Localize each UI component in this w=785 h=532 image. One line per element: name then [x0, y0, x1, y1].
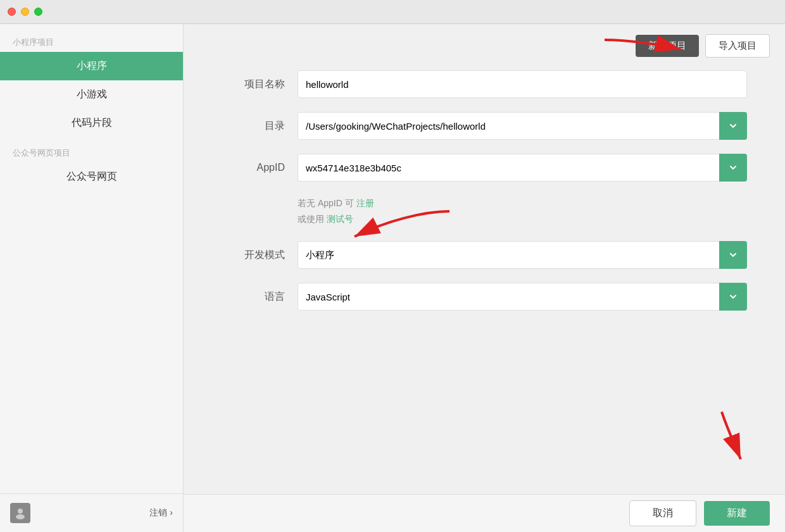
appid-label: AppID: [222, 162, 285, 173]
dev-mode-input[interactable]: [298, 241, 747, 269]
traffic-light-yellow[interactable]: [21, 8, 29, 16]
sidebar-item-codesnippet[interactable]: 代码片段: [0, 109, 183, 137]
language-input[interactable]: [298, 283, 747, 311]
avatar: [10, 503, 30, 523]
traffic-light-green[interactable]: [34, 8, 42, 16]
directory-dropdown-button[interactable]: [719, 112, 747, 140]
appid-input[interactable]: [298, 154, 747, 182]
logout-button[interactable]: 注销 ›: [149, 507, 173, 519]
top-bar: 新建项目 导入项目: [184, 24, 785, 64]
traffic-light-red[interactable]: [8, 8, 16, 16]
appid-register-link[interactable]: 注册: [356, 198, 374, 208]
dev-mode-dropdown-button[interactable]: [719, 241, 747, 269]
appid-test-link[interactable]: 测试号: [327, 214, 353, 224]
appid-hint: 若无 AppID 可 注册 或使用 测试号: [298, 195, 747, 227]
directory-input-wrapper: [298, 112, 747, 140]
sidebar-item-mp-webpage[interactable]: 公众号网页: [0, 163, 183, 191]
dev-mode-wrapper: [298, 241, 747, 269]
language-wrapper: [298, 283, 747, 311]
dev-mode-label: 开发模式: [222, 249, 285, 262]
language-dropdown-button[interactable]: [719, 283, 747, 311]
sidebar-item-minigame[interactable]: 小游戏: [0, 80, 183, 109]
appid-hint-text2: 或使用: [298, 214, 324, 224]
main-layout: 小程序项目 小程序 小游戏 代码片段 公众号网页项目 公众号网页 注销 › 新建…: [0, 24, 785, 532]
bottom-bar: 取消 新建: [184, 494, 785, 532]
language-label: 语言: [222, 290, 285, 304]
appid-dropdown-button[interactable]: [719, 154, 747, 182]
cancel-button[interactable]: 取消: [629, 500, 696, 526]
project-name-input[interactable]: [298, 70, 747, 98]
project-name-row: 项目名称: [222, 70, 747, 98]
project-name-label: 项目名称: [222, 78, 285, 91]
new-project-button[interactable]: 新建项目: [636, 35, 699, 57]
create-button[interactable]: 新建: [704, 501, 770, 526]
svg-point-1: [16, 514, 25, 519]
sidebar-item-miniprogram[interactable]: 小程序: [0, 52, 183, 80]
sidebar-section-label-1: 小程序项目: [0, 30, 183, 52]
appid-hint-text1: 若无 AppID 可: [298, 198, 354, 208]
appid-row: AppID: [222, 154, 747, 182]
sidebar: 小程序项目 小程序 小游戏 代码片段 公众号网页项目 公众号网页 注销 ›: [0, 24, 184, 532]
sidebar-section-label-2: 公众号网页项目: [0, 137, 183, 163]
import-project-button[interactable]: 导入项目: [705, 34, 770, 58]
content-area: 新建项目 导入项目 项目名称 目录: [184, 24, 785, 532]
sidebar-bottom: 注销 ›: [0, 493, 183, 532]
language-row: 语言: [222, 283, 747, 311]
svg-point-0: [18, 509, 23, 514]
directory-row: 目录: [222, 112, 747, 140]
directory-label: 目录: [222, 120, 285, 133]
title-bar: [0, 0, 785, 24]
dev-mode-row: 开发模式: [222, 241, 747, 269]
form-area: 项目名称 目录 AppID: [184, 64, 785, 494]
appid-input-wrapper: [298, 154, 747, 182]
directory-input[interactable]: [298, 112, 747, 140]
